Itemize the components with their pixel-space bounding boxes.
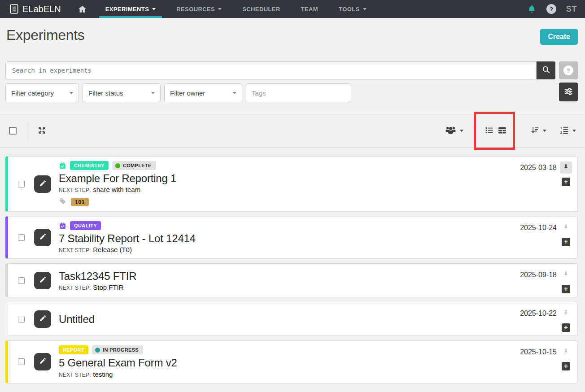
table-view-button[interactable] [498, 126, 507, 136]
edit-button[interactable] [34, 272, 51, 289]
sliders-icon [564, 87, 573, 97]
users-icon [445, 124, 456, 137]
pin-button[interactable] [560, 346, 572, 358]
next-step-label: NEXT STEP: [59, 285, 91, 291]
chevron-down-icon [151, 92, 155, 94]
brand-text: ELabELN [22, 4, 61, 14]
category-badge[interactable]: QUALITY [70, 221, 101, 230]
owner-filter-dropdown[interactable] [445, 124, 463, 137]
chevron-down-icon [543, 130, 546, 132]
experiment-card: REPORT IN PROGRESS 5 General Exam Form v… [5, 340, 578, 383]
edit-button[interactable] [34, 353, 51, 370]
create-button[interactable]: Create [540, 29, 578, 45]
app-logo[interactable]: ELabELN [8, 3, 61, 15]
sort-order-dropdown[interactable] [530, 126, 546, 136]
experiment-title[interactable]: Untitled [59, 312, 577, 326]
edit-button[interactable] [34, 310, 51, 328]
search-button[interactable] [537, 61, 555, 79]
status-dot [115, 163, 120, 168]
thumbtack-icon [563, 271, 569, 279]
thumbtack-icon [563, 224, 569, 232]
pin-button[interactable] [560, 161, 572, 174]
pin-button[interactable] [560, 269, 572, 281]
thumbtack-icon [563, 164, 569, 172]
edit-button[interactable] [34, 229, 51, 246]
tag-icon [59, 197, 66, 207]
tags-input[interactable] [246, 83, 351, 102]
tag-badge[interactable]: 101 [71, 198, 89, 206]
search-input[interactable] [5, 61, 537, 79]
nav-item-resources[interactable]: RESOURCES [170, 0, 228, 18]
svg-text:2: 2 [560, 130, 562, 134]
add-step-button[interactable]: + [562, 238, 570, 246]
chevron-down-icon [233, 92, 236, 94]
category-badge[interactable]: CHEMISTRY [70, 161, 109, 170]
nav-item-scheduler[interactable]: SCHEDULER [236, 0, 287, 18]
search-help-button[interactable]: ? [559, 61, 578, 79]
next-step-value: Release (T0) [93, 246, 132, 253]
experiment-card: CHEMISTRY COMPLETE Example For Reporting… [5, 156, 578, 212]
sort-column-dropdown[interactable]: 1 2 [560, 126, 576, 136]
expand-all-button[interactable] [38, 126, 46, 136]
experiment-title[interactable]: 5 General Exam Form v2 [59, 356, 577, 370]
notifications-bell-icon[interactable] [527, 4, 537, 14]
item-checkbox[interactable] [18, 181, 25, 187]
top-navbar: ELabELN EXPERIMENTSRESOURCESSCHEDULERTEA… [0, 0, 585, 18]
chevron-down-icon [460, 130, 463, 132]
next-step-value: share with team [93, 186, 140, 193]
expand-arrows-icon [38, 126, 46, 136]
divider [27, 122, 27, 139]
next-step-label: NEXT STEP: [59, 187, 91, 193]
filter-owner-select[interactable]: Filter owner [164, 83, 242, 102]
add-step-button[interactable]: + [562, 323, 570, 332]
edit-button[interactable] [34, 175, 51, 193]
main-nav: EXPERIMENTSRESOURCESSCHEDULERTEAMTOOLS [99, 0, 381, 18]
nav-item-tools[interactable]: TOOLS [332, 0, 373, 18]
nav-item-team[interactable]: TEAM [295, 0, 324, 18]
list-view-icon [485, 126, 493, 136]
search-icon [542, 65, 550, 75]
sort-amount-down-icon [530, 126, 539, 136]
user-menu[interactable]: ST [566, 4, 577, 14]
experiment-card: QUALITY 7 Stability Report - Lot 12414 N… [5, 216, 578, 259]
next-step-label: NEXT STEP: [59, 372, 91, 378]
add-step-button[interactable]: + [562, 285, 570, 293]
chevron-down-icon [218, 8, 222, 10]
list-view-button[interactable] [485, 126, 493, 136]
next-step-value: testing [93, 370, 113, 378]
calendar-check-icon[interactable] [59, 222, 66, 230]
chevron-down-icon [152, 8, 156, 10]
item-date: 2025-03-18 [520, 164, 557, 172]
add-step-button[interactable]: + [562, 178, 570, 186]
item-checkbox[interactable] [18, 277, 25, 284]
status-dot [95, 348, 100, 353]
help-icon[interactable]: ? [546, 4, 556, 14]
filter-options-button[interactable] [559, 83, 578, 101]
filter-status-select[interactable]: Filter status [83, 83, 161, 102]
item-checkbox[interactable] [18, 316, 25, 322]
item-checkbox[interactable] [18, 234, 25, 241]
add-step-button[interactable]: + [562, 362, 570, 370]
experiment-title[interactable]: 7 Stability Report - Lot 12414 [59, 231, 577, 245]
item-date: 2025-10-15 [520, 348, 557, 356]
list-ol-icon: 1 2 [560, 126, 569, 136]
experiment-title[interactable]: Example For Reporting 1 [59, 171, 577, 185]
experiment-title[interactable]: Task12345 FTIR [59, 269, 577, 283]
next-step-value: Stop FTIR [93, 283, 123, 291]
filter-category-select[interactable]: Filter category [5, 83, 79, 102]
pencil-icon [39, 179, 47, 189]
nav-item-experiments[interactable]: EXPERIMENTS [99, 0, 162, 18]
status-badge: COMPLETE [112, 161, 156, 170]
category-badge[interactable]: REPORT [59, 345, 88, 354]
item-date: 2025-09-18 [520, 271, 557, 279]
select-all-checkbox[interactable] [9, 127, 17, 135]
pin-button[interactable] [560, 307, 572, 319]
home-icon[interactable] [78, 5, 87, 13]
chevron-down-icon [363, 8, 367, 10]
pin-button[interactable] [560, 222, 572, 234]
item-checkbox[interactable] [18, 358, 25, 365]
page-title: Experiments [6, 27, 85, 44]
chevron-down-icon [572, 130, 576, 132]
thumbtack-icon [563, 348, 569, 356]
calendar-check-icon[interactable] [59, 162, 66, 170]
